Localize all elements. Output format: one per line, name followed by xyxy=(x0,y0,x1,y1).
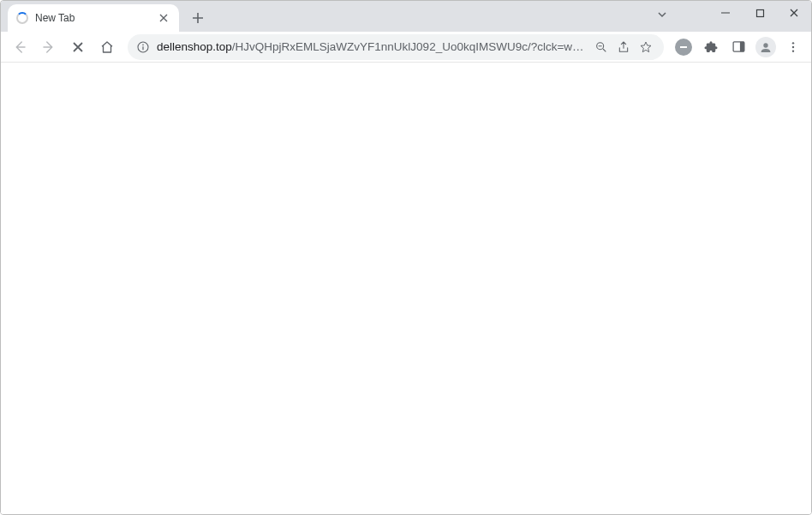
svg-point-6 xyxy=(763,43,767,47)
tab-strip: New Tab xyxy=(1,1,811,32)
profile-button[interactable] xyxy=(753,34,779,60)
star-icon xyxy=(639,40,653,54)
blocked-extension-button[interactable] xyxy=(671,34,696,60)
close-icon xyxy=(159,14,168,22)
menu-button[interactable] xyxy=(780,34,806,60)
bookmark-button[interactable] xyxy=(635,36,657,58)
chevron-down-icon xyxy=(657,9,667,20)
maximize-icon xyxy=(755,9,765,18)
close-window-button[interactable] xyxy=(777,1,811,25)
stop-reload-button[interactable] xyxy=(64,33,92,61)
tab-search-button[interactable] xyxy=(650,4,674,25)
arrow-left-icon xyxy=(12,39,27,55)
tab-title: New Tab xyxy=(35,12,157,24)
browser-tab[interactable]: New Tab xyxy=(8,4,179,32)
close-icon xyxy=(789,8,799,18)
svg-rect-5 xyxy=(739,42,743,51)
svg-point-7 xyxy=(792,42,794,44)
kebab-icon xyxy=(786,40,800,54)
svg-point-8 xyxy=(792,45,794,47)
home-button[interactable] xyxy=(93,33,121,61)
minimize-button[interactable] xyxy=(708,1,743,25)
page-content xyxy=(1,63,811,514)
plus-icon xyxy=(192,12,204,24)
stop-icon xyxy=(72,41,84,53)
share-icon xyxy=(617,40,630,54)
side-panel-button[interactable] xyxy=(725,34,751,60)
minimize-icon xyxy=(720,8,731,18)
toolbar: dellenshop.top/HJvQHpjRxEMLSjaWZvYF1nnUk… xyxy=(1,32,811,63)
arrow-right-icon xyxy=(41,39,57,55)
url-host: dellenshop.top xyxy=(157,40,232,53)
maximize-button[interactable] xyxy=(743,1,777,25)
svg-point-2 xyxy=(142,44,144,45)
svg-rect-0 xyxy=(756,9,763,16)
back-button[interactable] xyxy=(6,33,33,61)
site-info-button[interactable] xyxy=(134,39,152,56)
side-panel-icon xyxy=(731,39,746,54)
loading-spinner-icon xyxy=(16,12,28,24)
svg-point-9 xyxy=(792,50,794,51)
forward-button[interactable] xyxy=(35,33,63,61)
url-path: /HJvQHpjRxEMLSjaWZvYF1nnUklJ092_Uo0kqIMS… xyxy=(232,40,590,53)
avatar-icon xyxy=(755,37,776,57)
extensions-button[interactable] xyxy=(698,34,724,60)
zoom-icon xyxy=(594,40,608,54)
close-tab-button[interactable] xyxy=(157,11,170,25)
new-tab-button[interactable] xyxy=(186,6,210,30)
zoom-button[interactable] xyxy=(590,36,612,58)
address-bar[interactable]: dellenshop.top/HJvQHpjRxEMLSjaWZvYF1nnUk… xyxy=(128,34,664,60)
puzzle-icon xyxy=(703,39,719,55)
home-icon xyxy=(99,39,115,55)
share-button[interactable] xyxy=(612,36,635,58)
blocked-icon xyxy=(675,39,692,56)
url-text: dellenshop.top/HJvQHpjRxEMLSjaWZvYF1nnUk… xyxy=(157,40,590,53)
window-controls xyxy=(708,1,811,25)
info-icon xyxy=(136,40,150,54)
